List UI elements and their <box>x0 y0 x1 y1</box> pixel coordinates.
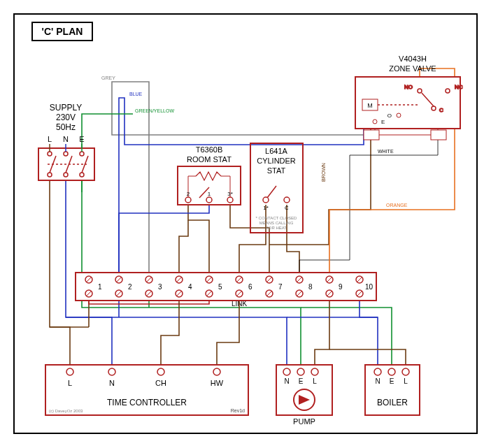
zv-o: O <box>387 113 392 119</box>
tc-rev: Rev1d <box>231 408 245 413</box>
svg-point-92 <box>388 368 395 375</box>
pump-E: E <box>299 377 304 385</box>
zv-c: C <box>439 107 443 113</box>
zonevalve-model: V4043H <box>399 55 427 63</box>
wire-rs-2 <box>119 205 209 276</box>
wire-label-white: WHITE <box>378 149 394 154</box>
svg-point-34 <box>397 113 401 117</box>
svg-point-3 <box>80 152 84 156</box>
svg-line-24 <box>267 186 276 198</box>
wire-label-grey: GREY <box>101 75 115 80</box>
jb-9: 9 <box>339 283 343 291</box>
rs-t1: 1 <box>208 191 211 197</box>
tc-L: L <box>68 379 72 387</box>
svg-point-5 <box>64 173 68 177</box>
supply-L: L <box>48 135 52 143</box>
svg-point-25 <box>263 197 269 203</box>
svg-point-31 <box>432 106 436 110</box>
cs-t1: 1* <box>263 205 269 211</box>
svg-point-4 <box>48 173 52 177</box>
supply-voltage: 230V <box>56 113 76 122</box>
room-stat-block: T6360B ROOM STAT 2 1 3* <box>178 145 241 205</box>
wire-label-blue: BLUE <box>129 92 143 96</box>
jb-5: 5 <box>218 283 222 291</box>
wire-rs-1 <box>188 205 209 276</box>
boiler-E: E <box>390 377 394 385</box>
cylstat-name1: CYLINDER <box>257 157 296 165</box>
pump-L: L <box>313 377 317 385</box>
rs-t2: 2 <box>187 191 190 197</box>
boiler-name: BOILER <box>377 398 408 407</box>
pump-name: PUMP <box>293 417 315 426</box>
svg-point-2 <box>64 152 68 156</box>
boiler-N: N <box>375 377 380 385</box>
jb-6: 6 <box>248 283 252 291</box>
roomstat-model: T6360B <box>196 145 223 154</box>
tc-copy: (c) DaveyOz 2003 <box>49 409 83 413</box>
supply-E: E <box>79 135 84 143</box>
zv-e: E <box>381 119 385 125</box>
title-text: 'C' PLAN <box>42 26 83 37</box>
rs-t3: 3* <box>227 191 233 197</box>
zone-valve-block: V4043H ZONE VALVE M NO NC C O E <box>355 55 463 140</box>
svg-point-29 <box>418 89 422 93</box>
zv-nc: NC <box>455 84 463 90</box>
tc-CH: CH <box>155 379 166 387</box>
tc-HW: HW <box>211 379 224 387</box>
cs-tc: C <box>285 205 289 211</box>
cs-note3: FOR HEAT <box>266 226 287 230</box>
wire-ch <box>161 298 179 368</box>
svg-point-83 <box>157 368 164 375</box>
svg-point-35 <box>373 120 377 124</box>
svg-point-82 <box>108 368 115 375</box>
wire-jb4-rs <box>179 220 188 276</box>
pump-block: N E L PUMP <box>276 365 332 426</box>
svg-point-87 <box>297 368 304 375</box>
wire-label-orange: ORANGE <box>386 203 408 208</box>
supply-freq: 50Hz <box>56 122 76 132</box>
svg-point-26 <box>284 197 290 203</box>
svg-point-81 <box>66 368 73 375</box>
svg-point-93 <box>402 368 409 375</box>
boiler-L: L <box>404 377 408 385</box>
svg-point-22 <box>227 197 233 203</box>
time-controller-block: L N CH HW TIME CONTROLLER (c) DaveyOz 20… <box>45 365 248 415</box>
wire-label-brown: BROWN <box>321 163 326 182</box>
cylstat-model: L641A <box>265 147 287 155</box>
jb-2: 2 <box>128 283 132 291</box>
jb-3: 3 <box>158 283 162 291</box>
svg-point-21 <box>206 197 212 203</box>
svg-point-91 <box>374 368 381 375</box>
svg-point-86 <box>283 368 290 375</box>
supply-header: SUPPLY <box>50 103 82 113</box>
svg-rect-37 <box>431 130 446 140</box>
c-plan-wiring-diagram: 'C' PLAN GREY BLUE GREEN/YELLOW LINK <box>0 0 491 448</box>
supply-N: N <box>63 135 69 143</box>
cs-note2: MEANS CALLING <box>259 221 294 225</box>
svg-point-30 <box>446 89 450 93</box>
cylinder-stat-block: L641A CYLINDER STAT 1* C * CONTACT CLOSE… <box>250 143 303 233</box>
pump-N: N <box>284 377 289 385</box>
jb-1: 1 <box>98 283 102 291</box>
jb-8: 8 <box>308 283 313 291</box>
svg-point-6 <box>80 173 84 177</box>
svg-point-20 <box>185 197 191 203</box>
svg-point-84 <box>213 368 220 375</box>
cylstat-name2: STAT <box>267 166 286 175</box>
cs-note1: * CONTACT CLOSED <box>256 216 297 220</box>
junction-strip: 1 2 3 4 5 6 7 8 9 10 <box>76 273 376 301</box>
wire-l-jb1 <box>50 180 70 368</box>
zv-m: M <box>367 102 373 109</box>
wire-label-ge: GREEN/YELLOW <box>135 108 174 113</box>
jb-7: 7 <box>278 283 283 291</box>
roomstat-name: ROOM STAT <box>187 155 232 164</box>
svg-rect-36 <box>364 130 379 140</box>
tc-name: TIME CONTROLLER <box>107 398 187 407</box>
tc-N: N <box>109 379 115 387</box>
wire-hw <box>217 298 239 368</box>
wire-white <box>299 124 438 276</box>
wire-pumpL <box>315 298 329 368</box>
svg-point-1 <box>48 152 52 156</box>
jb-10: 10 <box>365 283 373 291</box>
svg-point-88 <box>311 368 318 375</box>
